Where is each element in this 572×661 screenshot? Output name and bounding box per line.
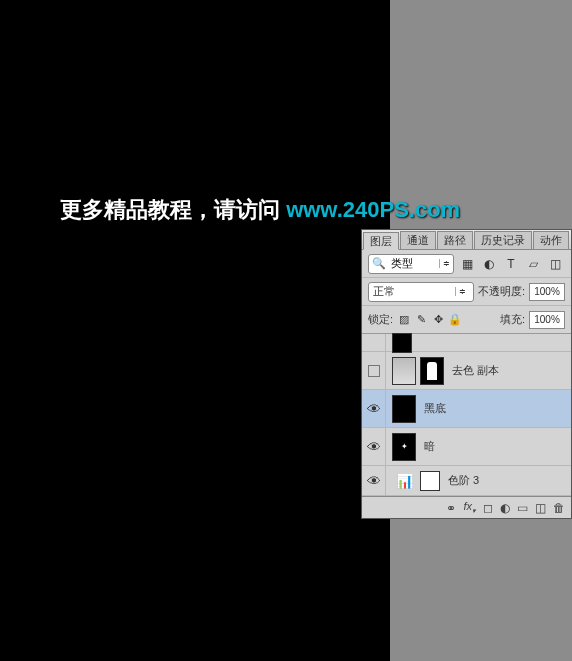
layer-row[interactable]: 去色 副本 xyxy=(362,352,571,390)
opacity-label: 不透明度: xyxy=(478,284,525,299)
layer-thumbnail xyxy=(392,357,416,385)
layers-bottom-bar: ⚭ fx▾ ◻ ◐ ▭ ◫ 🗑 xyxy=(362,496,571,518)
filter-pixel-icon[interactable]: ▦ xyxy=(458,255,476,273)
visibility-toggle[interactable]: 👁 xyxy=(362,390,386,427)
filter-row: 🔍 ≑ ▦ ◐ T ▱ ◫ xyxy=(362,250,571,278)
new-group-icon[interactable]: ▭ xyxy=(517,501,528,515)
filter-shape-icon[interactable]: ▱ xyxy=(524,255,542,273)
levels-icon: 📊 xyxy=(392,469,416,493)
blend-mode-select[interactable]: 正常 ≑ xyxy=(368,282,474,302)
layer-name[interactable]: 去色 副本 xyxy=(444,363,499,378)
watermark-link: www.240PS.com xyxy=(286,197,460,222)
tab-paths[interactable]: 路径 xyxy=(437,231,473,249)
lock-row: 锁定: ▨ ✎ ✥ 🔒 填充: 100% xyxy=(362,306,571,334)
search-icon: 🔍 xyxy=(369,257,389,270)
new-layer-icon[interactable]: ◫ xyxy=(535,501,546,515)
watermark: 更多精品教程，请访问 www.240PS.com xyxy=(60,195,460,225)
panel-tabs: 图层 通道 路径 历史记录 动作 xyxy=(362,230,571,250)
layer-name[interactable]: 色阶 3 xyxy=(440,473,479,488)
filter-smart-icon[interactable]: ◫ xyxy=(546,255,564,273)
layer-thumbnail: ✦ xyxy=(392,433,416,461)
lock-pixels-icon[interactable]: ✎ xyxy=(414,313,428,327)
visibility-toggle[interactable] xyxy=(362,334,386,351)
mask-thumbnail xyxy=(420,471,440,491)
eye-icon: 👁 xyxy=(367,439,381,455)
layer-row[interactable]: 👁 黑底 xyxy=(362,390,571,428)
filter-type-icon[interactable]: T xyxy=(502,255,520,273)
link-layers-icon[interactable]: ⚭ xyxy=(446,501,456,515)
visibility-toggle[interactable]: 👁 xyxy=(362,466,386,495)
add-adjustment-icon[interactable]: ◐ xyxy=(500,501,510,515)
lock-icons: ▨ ✎ ✥ 🔒 xyxy=(397,313,462,327)
visibility-toggle[interactable] xyxy=(362,352,386,389)
eye-icon: 👁 xyxy=(367,473,381,489)
filter-adjustment-icon[interactable]: ◐ xyxy=(480,255,498,273)
tab-history[interactable]: 历史记录 xyxy=(474,231,532,249)
filter-type-select[interactable]: 🔍 ≑ xyxy=(368,254,454,274)
fill-label: 填充: xyxy=(500,312,525,327)
layer-name[interactable]: 暗 xyxy=(416,439,435,454)
blend-row: 正常 ≑ 不透明度: 100% xyxy=(362,278,571,306)
layer-thumbnail xyxy=(392,395,416,423)
visibility-toggle[interactable]: 👁 xyxy=(362,428,386,465)
opacity-input[interactable]: 100% xyxy=(529,283,565,301)
lock-transparency-icon[interactable]: ▨ xyxy=(397,313,411,327)
empty-checkbox-icon xyxy=(368,365,380,377)
lock-all-icon[interactable]: 🔒 xyxy=(448,313,462,327)
layer-thumbnail xyxy=(392,333,412,353)
layer-row[interactable]: 👁 📊 色阶 3 xyxy=(362,466,571,496)
layer-name[interactable]: 黑底 xyxy=(416,401,446,416)
chevron-down-icon: ≑ xyxy=(439,259,453,268)
filter-input[interactable] xyxy=(389,258,439,270)
layer-row-partial[interactable] xyxy=(362,334,571,352)
eye-icon: 👁 xyxy=(367,401,381,417)
delete-layer-icon[interactable]: 🗑 xyxy=(553,501,565,515)
tab-actions[interactable]: 动作 xyxy=(533,231,569,249)
watermark-text: 更多精品教程，请访问 xyxy=(60,197,286,222)
layers-panel: 图层 通道 路径 历史记录 动作 🔍 ≑ ▦ ◐ T ▱ ◫ 正常 ≑ 不透明度… xyxy=(361,229,572,519)
mask-thumbnail xyxy=(420,357,444,385)
canvas-area xyxy=(0,0,390,661)
lock-label: 锁定: xyxy=(368,312,393,327)
chevron-down-icon: ≑ xyxy=(455,287,469,296)
add-mask-icon[interactable]: ◻ xyxy=(483,501,493,515)
fx-icon[interactable]: fx▾ xyxy=(463,500,476,515)
lock-position-icon[interactable]: ✥ xyxy=(431,313,445,327)
layer-list: 去色 副本 👁 黑底 👁 ✦ 暗 👁 📊 色阶 3 xyxy=(362,334,571,496)
fill-input[interactable]: 100% xyxy=(529,311,565,329)
layer-row[interactable]: 👁 ✦ 暗 xyxy=(362,428,571,466)
tab-channels[interactable]: 通道 xyxy=(400,231,436,249)
blend-mode-value: 正常 xyxy=(373,284,395,299)
tab-layers[interactable]: 图层 xyxy=(363,232,399,250)
